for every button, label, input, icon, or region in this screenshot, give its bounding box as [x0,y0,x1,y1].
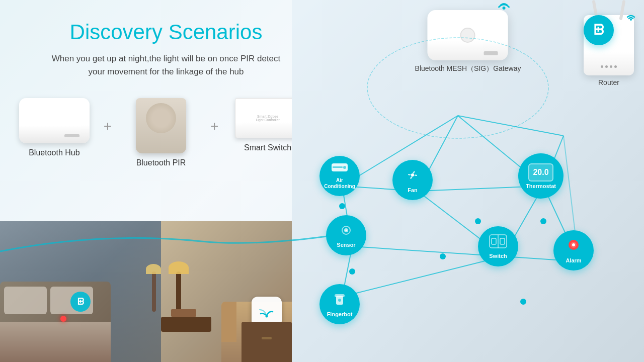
switch-icon [489,234,507,251]
svg-point-30 [411,173,414,176]
svg-point-0 [266,315,268,318]
svg-point-33 [346,229,347,231]
switch-label: Switch [489,253,507,259]
fingerbot-label: Fingerbot [327,311,353,317]
fan-icon [405,167,420,186]
svg-point-25 [440,253,446,259]
alarm-label: Alarm [566,257,581,263]
svg-point-40 [572,243,575,246]
sofa-arm [221,302,236,342]
svg-point-24 [349,268,355,275]
sensor-label: Sensor [337,242,355,248]
text-section: Discovery Scenarios When you get up at n… [0,0,322,88]
thermostat-icon: 20.0 [528,163,553,182]
svg-point-29 [343,166,346,169]
svg-rect-28 [333,166,343,168]
drawer [242,322,292,362]
fan-label: Fan [408,187,418,193]
ac-label: AirConditioning [324,177,355,190]
switch-inner: Smart ZigbeeLight Controller [256,115,279,122]
hub-shape [19,98,90,143]
node-sensor: Sensor [326,215,366,255]
svg-point-43 [338,299,341,302]
bluetooth-symbol: ᗸ [594,22,604,39]
subtitle-line1: When you get up at night,the light will … [52,54,281,63]
svg-point-23 [540,218,546,224]
svg-point-26 [520,299,526,305]
node-switch: Switch [478,226,518,266]
ac-icon [331,163,348,176]
pir-label: Bluetooth PIR [136,158,186,167]
lamp-shade [146,264,161,274]
bed-cover [0,322,111,362]
switch-image: Smart ZigbeeLight Controller [235,98,300,138]
pir-shape [136,98,186,153]
device-bluetooth-hub: Bluetooth Hub [10,98,99,157]
node-alarm: Alarm [553,230,594,270]
svg-rect-36 [492,238,496,244]
plus-icon-1: + [104,118,112,134]
svg-line-7 [458,116,564,136]
devices-row: Bluetooth Hub + Bluetooth PIR + Smart Zi… [0,88,322,167]
bluetooth-icon-bedroom: ᗸ [70,292,91,312]
svg-line-18 [342,256,503,297]
plus-icon-2: + [210,118,218,134]
subtitle: When you get up at night,the light will … [30,52,302,78]
svg-point-20 [339,203,345,209]
svg-rect-42 [335,294,345,297]
books [171,309,196,317]
main-container: Discovery Scenarios When you get up at n… [0,0,644,362]
left-panel: Discovery Scenarios When you get up at n… [0,0,322,362]
hub-label: Bluetooth Hub [29,148,79,157]
alarm-icon [567,238,581,256]
subtitle-line2: your movement for the linkage of the hub [88,67,244,76]
table-lamp-shade [169,261,189,274]
side-table [161,317,211,332]
node-fan: Fan [392,160,433,200]
fingerbot-icon [332,292,347,310]
curve-separator [0,221,327,261]
switch-label: Smart Switch [244,143,291,152]
right-panel: Bluetooth MESH（SIG）Gateway [292,0,644,362]
node-thermostat: 20.0 Thermostat [518,153,564,199]
device-bluetooth-pir: Bluetooth PIR [117,98,205,167]
thermostat-label: Thermostat [526,183,556,189]
sensor-dot [60,316,66,322]
svg-rect-37 [500,238,505,244]
page-title: Discovery Scenarios [30,20,302,44]
bed [0,282,111,362]
switch-shape: Smart ZigbeeLight Controller [235,98,300,138]
hub-image [19,98,90,143]
lamp-stand [152,272,156,312]
node-fingerbot: Fingerbot [319,284,360,324]
svg-point-22 [475,218,481,224]
pir-image [136,98,186,153]
bed-pillow-left [4,287,47,314]
svg-point-3 [367,38,548,138]
drawer-handle [262,337,272,339]
sensor-icon [339,223,353,240]
node-air-conditioning: AirConditioning [319,156,360,196]
bluetooth-node: ᗸ [584,15,614,45]
